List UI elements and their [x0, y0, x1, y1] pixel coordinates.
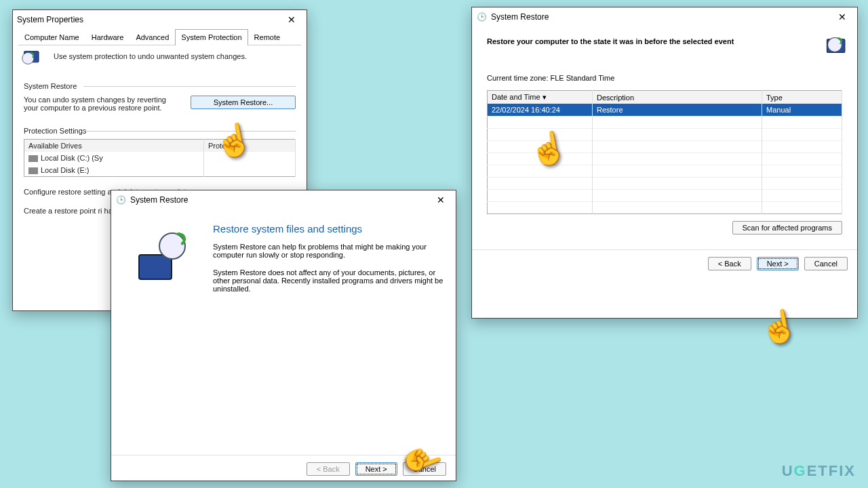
- tab-system-protection[interactable]: System Protection: [175, 29, 248, 45]
- scan-affected-button[interactable]: Scan for affected programs: [732, 221, 842, 235]
- wizard-sidebar: [111, 209, 213, 455]
- close-icon[interactable]: ✕: [831, 12, 853, 22]
- titlebar: 🕒 System Restore ✕: [111, 190, 456, 209]
- tab-advanced[interactable]: Advanced: [130, 29, 175, 45]
- drive-icon: [28, 167, 38, 174]
- restore-icon: 🕒: [476, 12, 487, 22]
- col-protection: Protection: [203, 140, 295, 152]
- restore-large-icon: [827, 37, 842, 53]
- table-row[interactable]: Local Disk (E:): [24, 164, 296, 177]
- tabs: Computer Name Hardware Advanced System P…: [18, 29, 301, 45]
- window-title: System Restore: [130, 195, 430, 205]
- restore-points-table: Date and Time ▾ Description Type 22/02/2…: [487, 90, 842, 214]
- watermark: UGETFIX: [782, 462, 856, 480]
- intro-text: Use system protection to undo unwanted s…: [54, 52, 247, 60]
- col-date[interactable]: Date and Time ▾: [488, 91, 593, 104]
- table-row[interactable]: Local Disk (C:) (Sy: [24, 152, 296, 164]
- cancel-button[interactable]: Cancel: [804, 257, 848, 270]
- wizard-heading: Restore system files and settings: [213, 223, 443, 235]
- table-row: [488, 178, 842, 190]
- next-button[interactable]: Next >: [757, 257, 799, 270]
- window-title: System Restore: [491, 12, 831, 22]
- wizard-paragraph-2: System Restore does not affect any of yo…: [213, 268, 443, 293]
- wizard-heading: Restore your computer to the state it wa…: [487, 37, 806, 45]
- titlebar: 🕒 System Restore ✕: [472, 7, 857, 26]
- system-restore-button[interactable]: System Restore...: [191, 96, 296, 109]
- tab-computer-name[interactable]: Computer Name: [18, 29, 85, 45]
- col-description[interactable]: Description: [593, 91, 762, 104]
- timezone-label: Current time zone: FLE Standard Time: [472, 70, 857, 86]
- back-button[interactable]: < Back: [307, 462, 350, 476]
- next-button[interactable]: Next >: [355, 462, 397, 476]
- sort-down-icon: ▾: [542, 93, 547, 101]
- system-restore-wizard-1: 🕒 System Restore ✕ Restore system files …: [111, 190, 456, 481]
- restore-large-icon: [138, 232, 186, 280]
- close-icon[interactable]: ✕: [281, 14, 302, 25]
- tab-remote[interactable]: Remote: [248, 29, 287, 45]
- drive-icon: [28, 155, 38, 162]
- col-drives: Available Drives: [24, 140, 204, 152]
- group-system-restore: System Restore: [24, 82, 296, 90]
- close-icon[interactable]: ✕: [430, 195, 452, 205]
- table-row: [488, 141, 842, 153]
- cancel-button[interactable]: Cancel: [403, 462, 446, 476]
- table-row: [488, 129, 842, 141]
- table-row: [488, 117, 842, 129]
- restore-description: You can undo system changes by reverting…: [24, 96, 181, 112]
- tab-hardware[interactable]: Hardware: [85, 29, 130, 45]
- table-row: [488, 190, 842, 202]
- table-row[interactable]: 22/02/2024 16:40:24 Restore Manual: [488, 104, 842, 117]
- system-restore-wizard-2: 🕒 System Restore ✕ Restore your computer…: [471, 7, 858, 319]
- back-button[interactable]: < Back: [708, 257, 751, 270]
- titlebar: System Properties ✕: [13, 10, 307, 29]
- group-protection-settings: Protection Settings: [24, 127, 296, 135]
- table-row: [488, 153, 842, 165]
- wizard-paragraph-1: System Restore can help fix problems tha…: [213, 243, 443, 259]
- restore-icon: 🕒: [115, 195, 126, 205]
- col-type[interactable]: Type: [762, 91, 842, 104]
- table-row: [488, 165, 842, 178]
- window-title: System Properties: [17, 15, 281, 24]
- shield-restore-icon: [24, 52, 34, 62]
- drives-table: Available DrivesProtection Local Disk (C…: [24, 139, 296, 177]
- table-row: [488, 202, 842, 214]
